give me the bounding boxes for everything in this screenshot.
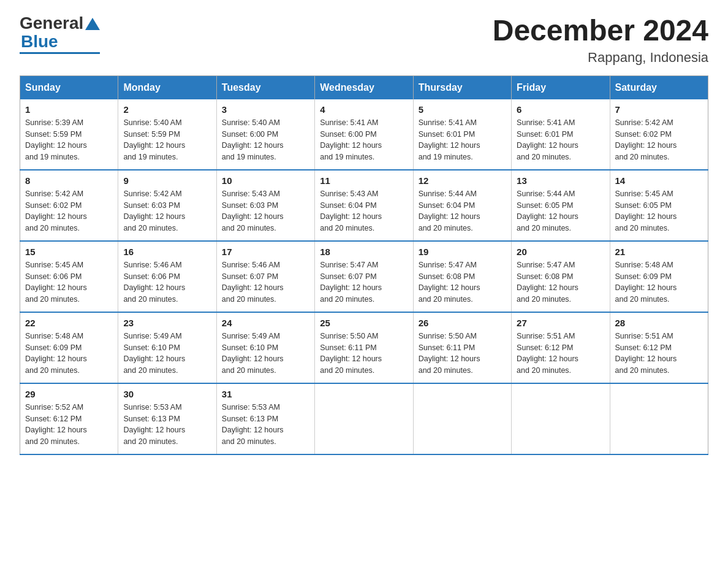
- day-number: 19: [419, 247, 506, 257]
- calendar-cell: [315, 383, 413, 454]
- calendar-cell: 20Sunrise: 5:47 AMSunset: 6:08 PMDayligh…: [512, 241, 610, 312]
- logo-blue-text: Blue: [21, 33, 58, 50]
- day-number: 12: [419, 175, 506, 186]
- day-info: Sunrise: 5:43 AMSunset: 6:03 PMDaylight:…: [222, 188, 309, 234]
- day-number: 15: [25, 247, 113, 257]
- week-row-2: 8Sunrise: 5:42 AMSunset: 6:02 PMDaylight…: [20, 170, 708, 241]
- calendar-cell: [512, 383, 610, 454]
- day-number: 24: [222, 318, 309, 328]
- day-number: 6: [517, 104, 604, 115]
- calendar-cell: 30Sunrise: 5:53 AMSunset: 6:13 PMDayligh…: [118, 383, 216, 454]
- day-number: 5: [419, 104, 506, 115]
- day-header-thursday: Thursday: [413, 75, 511, 99]
- logo-general-text: General: [20, 15, 83, 32]
- calendar-cell: 16Sunrise: 5:46 AMSunset: 6:06 PMDayligh…: [118, 241, 216, 312]
- day-number: 9: [123, 175, 211, 186]
- day-info: Sunrise: 5:42 AMSunset: 6:02 PMDaylight:…: [25, 188, 113, 234]
- calendar-table: SundayMondayTuesdayWednesdayThursdayFrid…: [20, 75, 708, 455]
- calendar-cell: 1Sunrise: 5:39 AMSunset: 5:59 PMDaylight…: [20, 99, 118, 170]
- calendar-cell: 25Sunrise: 5:50 AMSunset: 6:11 PMDayligh…: [315, 312, 413, 383]
- day-info: Sunrise: 5:51 AMSunset: 6:12 PMDaylight:…: [517, 331, 604, 377]
- title-section: December 2024 Rappang, Indonesia: [493, 15, 708, 66]
- calendar-cell: 4Sunrise: 5:41 AMSunset: 6:00 PMDaylight…: [315, 99, 413, 170]
- day-number: 8: [25, 175, 113, 186]
- day-info: Sunrise: 5:47 AMSunset: 6:08 PMDaylight:…: [517, 259, 604, 305]
- day-info: Sunrise: 5:51 AMSunset: 6:12 PMDaylight:…: [615, 331, 703, 377]
- calendar-cell: 22Sunrise: 5:48 AMSunset: 6:09 PMDayligh…: [20, 312, 118, 383]
- day-info: Sunrise: 5:41 AMSunset: 6:01 PMDaylight:…: [517, 117, 604, 163]
- day-info: Sunrise: 5:45 AMSunset: 6:05 PMDaylight:…: [615, 188, 703, 234]
- day-info: Sunrise: 5:50 AMSunset: 6:11 PMDaylight:…: [320, 331, 408, 377]
- day-number: 3: [222, 104, 309, 115]
- day-header-wednesday: Wednesday: [315, 75, 413, 99]
- calendar-cell: 12Sunrise: 5:44 AMSunset: 6:04 PMDayligh…: [413, 170, 511, 241]
- week-row-3: 15Sunrise: 5:45 AMSunset: 6:06 PMDayligh…: [20, 241, 708, 312]
- day-header-tuesday: Tuesday: [216, 75, 314, 99]
- calendar-cell: 11Sunrise: 5:43 AMSunset: 6:04 PMDayligh…: [315, 170, 413, 241]
- day-info: Sunrise: 5:50 AMSunset: 6:11 PMDaylight:…: [419, 331, 506, 377]
- logo: General Blue: [20, 15, 100, 54]
- calendar-cell: 24Sunrise: 5:49 AMSunset: 6:10 PMDayligh…: [216, 312, 314, 383]
- day-info: Sunrise: 5:48 AMSunset: 6:09 PMDaylight:…: [25, 331, 113, 377]
- day-info: Sunrise: 5:45 AMSunset: 6:06 PMDaylight:…: [25, 259, 113, 305]
- day-info: Sunrise: 5:46 AMSunset: 6:06 PMDaylight:…: [123, 259, 211, 305]
- week-row-5: 29Sunrise: 5:52 AMSunset: 6:12 PMDayligh…: [20, 383, 708, 454]
- day-number: 20: [517, 247, 604, 257]
- calendar-subtitle: Rappang, Indonesia: [493, 50, 708, 66]
- day-info: Sunrise: 5:40 AMSunset: 5:59 PMDaylight:…: [123, 117, 211, 163]
- day-number: 23: [123, 318, 211, 328]
- calendar-body: 1Sunrise: 5:39 AMSunset: 5:59 PMDaylight…: [20, 99, 708, 454]
- page-header: General Blue December 2024 Rappang, Indo…: [20, 15, 708, 66]
- day-header-sunday: Sunday: [20, 75, 118, 99]
- day-info: Sunrise: 5:47 AMSunset: 6:07 PMDaylight:…: [320, 259, 408, 305]
- calendar-cell: 23Sunrise: 5:49 AMSunset: 6:10 PMDayligh…: [118, 312, 216, 383]
- day-number: 26: [419, 318, 506, 328]
- calendar-cell: 6Sunrise: 5:41 AMSunset: 6:01 PMDaylight…: [512, 99, 610, 170]
- day-number: 27: [517, 318, 604, 328]
- calendar-cell: 29Sunrise: 5:52 AMSunset: 6:12 PMDayligh…: [20, 383, 118, 454]
- day-number: 28: [615, 318, 703, 328]
- day-number: 18: [320, 247, 408, 257]
- day-number: 1: [25, 104, 113, 115]
- calendar-cell: 10Sunrise: 5:43 AMSunset: 6:03 PMDayligh…: [216, 170, 314, 241]
- day-info: Sunrise: 5:41 AMSunset: 6:01 PMDaylight:…: [419, 117, 506, 163]
- day-info: Sunrise: 5:52 AMSunset: 6:12 PMDaylight:…: [25, 402, 113, 448]
- calendar-header: SundayMondayTuesdayWednesdayThursdayFrid…: [20, 75, 708, 99]
- day-number: 7: [615, 104, 703, 115]
- calendar-cell: 7Sunrise: 5:42 AMSunset: 6:02 PMDaylight…: [610, 99, 708, 170]
- logo-triangle-icon: [85, 18, 100, 30]
- day-header-friday: Friday: [512, 75, 610, 99]
- week-row-4: 22Sunrise: 5:48 AMSunset: 6:09 PMDayligh…: [20, 312, 708, 383]
- day-info: Sunrise: 5:46 AMSunset: 6:07 PMDaylight:…: [222, 259, 309, 305]
- day-number: 29: [25, 389, 113, 399]
- calendar-cell: 31Sunrise: 5:53 AMSunset: 6:13 PMDayligh…: [216, 383, 314, 454]
- calendar-title: December 2024: [493, 15, 708, 47]
- day-number: 16: [123, 247, 211, 257]
- day-number: 13: [517, 175, 604, 186]
- day-info: Sunrise: 5:44 AMSunset: 6:04 PMDaylight:…: [419, 188, 506, 234]
- calendar-cell: 2Sunrise: 5:40 AMSunset: 5:59 PMDaylight…: [118, 99, 216, 170]
- calendar-cell: [413, 383, 511, 454]
- calendar-cell: 27Sunrise: 5:51 AMSunset: 6:12 PMDayligh…: [512, 312, 610, 383]
- day-info: Sunrise: 5:47 AMSunset: 6:08 PMDaylight:…: [419, 259, 506, 305]
- day-number: 14: [615, 175, 703, 186]
- day-info: Sunrise: 5:41 AMSunset: 6:00 PMDaylight:…: [320, 117, 408, 163]
- day-number: 30: [123, 389, 211, 399]
- day-number: 22: [25, 318, 113, 328]
- day-number: 25: [320, 318, 408, 328]
- calendar-cell: 21Sunrise: 5:48 AMSunset: 6:09 PMDayligh…: [610, 241, 708, 312]
- day-header-saturday: Saturday: [610, 75, 708, 99]
- day-header-monday: Monday: [118, 75, 216, 99]
- calendar-cell: 8Sunrise: 5:42 AMSunset: 6:02 PMDaylight…: [20, 170, 118, 241]
- day-info: Sunrise: 5:53 AMSunset: 6:13 PMDaylight:…: [222, 402, 309, 448]
- day-number: 31: [222, 389, 309, 399]
- day-info: Sunrise: 5:40 AMSunset: 6:00 PMDaylight:…: [222, 117, 309, 163]
- day-number: 11: [320, 175, 408, 186]
- calendar-cell: 13Sunrise: 5:44 AMSunset: 6:05 PMDayligh…: [512, 170, 610, 241]
- day-info: Sunrise: 5:49 AMSunset: 6:10 PMDaylight:…: [123, 331, 211, 377]
- logo-row2: Blue: [20, 33, 58, 50]
- day-number: 21: [615, 247, 703, 257]
- calendar-cell: 28Sunrise: 5:51 AMSunset: 6:12 PMDayligh…: [610, 312, 708, 383]
- calendar-cell: 9Sunrise: 5:42 AMSunset: 6:03 PMDaylight…: [118, 170, 216, 241]
- svg-marker-0: [85, 18, 100, 30]
